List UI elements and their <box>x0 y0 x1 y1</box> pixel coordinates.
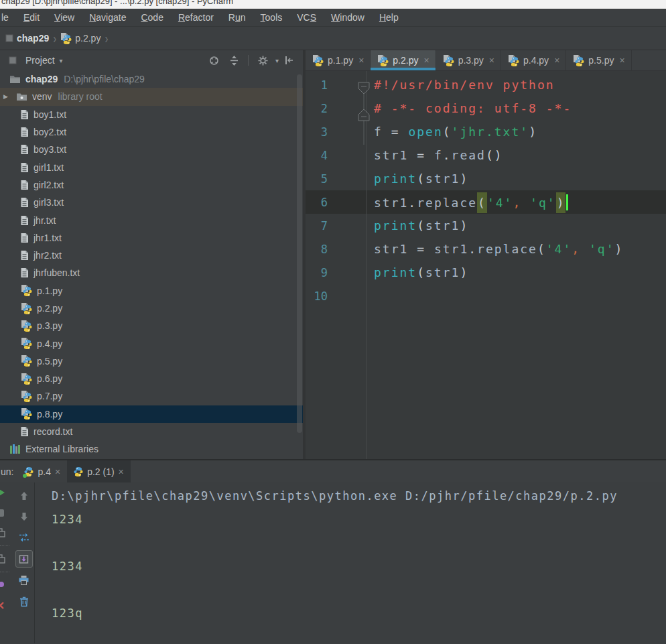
rerun-button[interactable] <box>0 482 13 503</box>
menu-item-help[interactable]: Help <box>372 10 406 25</box>
pin-button[interactable] <box>0 575 13 595</box>
tab-close-icon[interactable]: × <box>423 55 429 66</box>
code-line-10[interactable]: 10 <box>306 284 666 308</box>
tree-expand-arrow-icon[interactable]: ▶ <box>3 93 10 100</box>
tree-item-p.7.py[interactable]: p.7.py <box>0 387 303 405</box>
tree-item-p.5.py[interactable]: p.5.py <box>0 352 303 370</box>
tree-item-label: boy2.txt <box>34 127 66 137</box>
tree-item-label: girl1.txt <box>34 162 64 173</box>
tree-item-girl1.txt[interactable]: girl1.txt <box>0 158 303 176</box>
breadcrumb: chap29›p.2.py› <box>0 27 666 50</box>
menu-item-view[interactable]: View <box>47 10 82 25</box>
collapse-all-icon[interactable] <box>229 55 239 66</box>
text-file-icon <box>20 162 29 173</box>
python-file-icon <box>20 391 32 402</box>
menu-item-refactor[interactable]: Refactor <box>171 10 221 25</box>
code-fold-markers[interactable] <box>355 75 373 149</box>
console-output-line: 123q <box>52 602 666 625</box>
editor-tab-p.3.py[interactable]: p.3.py× <box>436 50 501 70</box>
tab-close-icon[interactable]: × <box>358 55 364 66</box>
tree-item-jhrfuben.txt[interactable]: jhrfuben.txt <box>0 264 303 281</box>
tab-close-icon[interactable]: × <box>489 55 494 66</box>
code-editor[interactable]: 1#!/usr/bin/env python2# -*- coding: utf… <box>306 71 666 459</box>
run-tab-p.2-(1)[interactable]: p.2 (1)× <box>67 460 131 482</box>
code-line-6[interactable]: 6str1.replace('4', 'q') <box>306 190 666 214</box>
hide-panel-icon[interactable] <box>283 55 294 66</box>
menu-item-navigate[interactable]: Navigate <box>82 10 133 25</box>
tab-close-icon[interactable]: × <box>55 466 60 477</box>
tree-item-jhr.txt[interactable]: jhr.txt <box>0 211 303 229</box>
code-line-8[interactable]: 8str1 = str1.replace('4', 'q') <box>306 237 666 261</box>
tree-item-girl3.txt[interactable]: girl3.txt <box>0 194 303 211</box>
tab-label: p.3.py <box>458 55 484 66</box>
tree-item-girl2.txt[interactable]: girl2.txt <box>0 176 303 194</box>
tree-item-p.3.py[interactable]: p.3.py <box>0 317 303 334</box>
code-line-9[interactable]: 9print(str1) <box>306 261 666 284</box>
menu-item-le[interactable]: le <box>0 10 16 25</box>
tree-item-boy3.txt[interactable]: boy3.txt <box>0 141 303 158</box>
main-area: Project ▾ ▾ chap29D:\pjhr\pfile\chap29▶v… <box>0 50 666 459</box>
restore-layout-button[interactable] <box>0 523 13 543</box>
pylogo-icon <box>74 467 83 476</box>
breadcrumb-item-chap29[interactable]: chap29 <box>5 33 49 44</box>
tab-close-icon[interactable]: × <box>119 466 124 477</box>
tree-item-p.4.py[interactable]: p.4.py <box>0 334 303 352</box>
tree-item-label: boy3.txt <box>34 144 66 155</box>
code-text: #!/usr/bin/env python <box>367 78 555 92</box>
project-scrollbar[interactable] <box>297 74 302 433</box>
tab-close-icon[interactable]: × <box>619 55 624 66</box>
tree-item-record.txt[interactable]: record.txt <box>0 423 303 440</box>
tree-item-boy1.txt[interactable]: boy1.txt <box>0 106 303 123</box>
breadcrumb-item-p.2.py[interactable]: p.2.py <box>60 33 101 44</box>
print-button[interactable] <box>16 572 32 588</box>
code-text: print(str1) <box>367 265 468 279</box>
menu-item-tools[interactable]: Tools <box>253 10 290 25</box>
editor-tab-p.2.py[interactable]: p.2.py× <box>371 50 436 70</box>
menu-item-run[interactable]: Run <box>221 10 253 25</box>
close-button[interactable] <box>0 595 13 615</box>
scroll-end-button[interactable] <box>15 550 33 568</box>
tree-item-jhr2.txt[interactable]: jhr2.txt <box>0 247 303 264</box>
line-number: 4 <box>306 149 367 162</box>
tree-item-p.6.py[interactable]: p.6.py <box>0 370 303 387</box>
python-file-icon <box>572 55 584 66</box>
editor-tab-p.5.py[interactable]: p.5.py× <box>566 50 631 70</box>
tree-item-p.8.py[interactable]: p.8.py <box>0 405 303 423</box>
editor-tab-p.4.py[interactable]: p.4.py× <box>501 50 566 70</box>
code-line-5[interactable]: 5print(str1) <box>306 167 666 190</box>
tree-item-chap29[interactable]: chap29D:\pjhr\pfile\chap29 <box>0 70 303 88</box>
restore-layout-button[interactable] <box>0 549 13 569</box>
locate-icon[interactable] <box>208 55 220 66</box>
editor-tab-p.1.py[interactable]: p.1.py× <box>306 50 371 70</box>
chevron-down-icon[interactable]: ▾ <box>60 57 63 64</box>
run-tab-label: p.2 (1) <box>87 466 114 477</box>
tree-item-venv[interactable]: ▶venvlibrary root <box>0 88 303 105</box>
restore-layout-icon <box>0 554 5 564</box>
stop-button[interactable] <box>0 503 13 523</box>
clear-button[interactable] <box>16 593 32 609</box>
code-line-7[interactable]: 7print(str1) <box>306 214 666 237</box>
folder-lib-icon <box>16 92 27 102</box>
settings-gear-icon[interactable] <box>257 55 269 66</box>
line-number: 8 <box>306 243 367 256</box>
text-file-icon <box>20 215 29 226</box>
tree-item-external-libraries[interactable]: External Libraries <box>0 440 303 458</box>
project-title[interactable]: Project <box>25 55 55 66</box>
menu-item-edit[interactable]: Edit <box>16 10 47 25</box>
tab-close-icon[interactable]: × <box>554 55 559 66</box>
tree-item-boy2.txt[interactable]: boy2.txt <box>0 123 303 141</box>
soft-wrap-button[interactable] <box>16 529 32 545</box>
run-tab-p.4[interactable]: p.4× <box>17 460 67 482</box>
project-header: Project ▾ ▾ <box>0 50 303 70</box>
down-stack-button[interactable] <box>16 509 32 525</box>
tree-item-jhr1.txt[interactable]: jhr1.txt <box>0 229 303 247</box>
menu-item-code[interactable]: Code <box>133 10 170 25</box>
tree-item-label: p.1.py <box>37 285 62 296</box>
menu-item-window[interactable]: Window <box>324 10 372 25</box>
run-console[interactable]: D:\pjhr\pfile\chap29\venv\Scripts\python… <box>35 482 666 643</box>
menu-item-vcs[interactable]: VCS <box>289 10 324 25</box>
tree-item-p.2.py[interactable]: p.2.py <box>0 300 303 317</box>
tree-item-p.1.py[interactable]: p.1.py <box>0 282 303 300</box>
up-stack-button[interactable] <box>16 488 32 504</box>
tree-item-label: jhr.txt <box>34 215 56 226</box>
